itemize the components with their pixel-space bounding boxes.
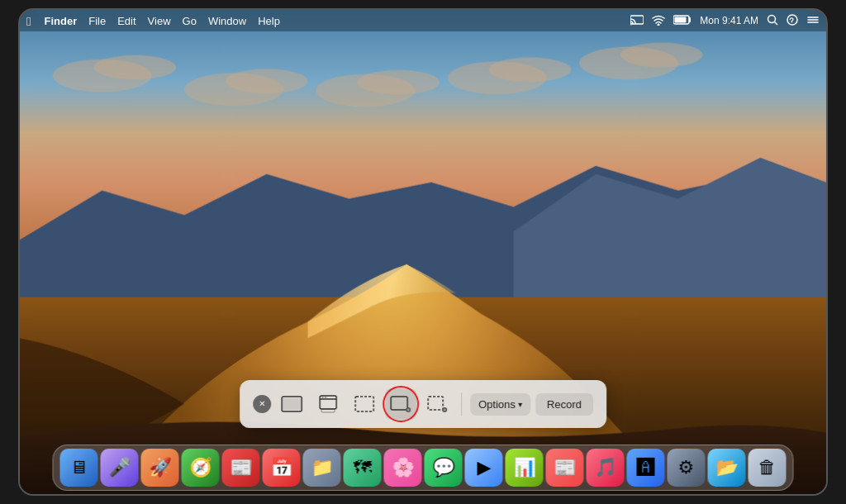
dock-icon-music[interactable]: 🎵 (587, 449, 625, 487)
siri-icon[interactable] (787, 14, 798, 28)
search-icon[interactable] (767, 14, 778, 28)
screenshot-toolbar: ✕ (240, 380, 606, 428)
screenshot-fullscreen-button[interactable] (276, 388, 307, 420)
dock-icon-photos[interactable]: 🌸 (384, 449, 422, 487)
dock-icon-news2[interactable]: 📰 (546, 449, 584, 487)
menu-bar:  Finder File Edit View Go Window Help (20, 10, 826, 31)
record-selection-button[interactable] (421, 388, 453, 420)
notification-center-icon[interactable] (806, 14, 820, 28)
svg-point-2 (658, 23, 660, 26)
dock-icon-siri[interactable]: 🎤 (101, 449, 139, 487)
svg-rect-18 (355, 397, 373, 411)
window-menu[interactable]: Window (208, 15, 246, 27)
svg-point-24 (444, 409, 446, 411)
file-menu[interactable]: File (88, 15, 106, 27)
svg-point-1 (630, 22, 632, 25)
dock-icon-calendar[interactable]: 📅 (263, 449, 301, 487)
menu-bar-right: Mon 9:41 AM (630, 14, 820, 28)
screenshot-selection-button[interactable] (349, 388, 380, 420)
record-button[interactable]: Record (535, 393, 593, 416)
svg-rect-4 (675, 17, 687, 22)
dock-icon-finder2[interactable]: 📂 (708, 449, 746, 487)
close-toolbar-button[interactable]: ✕ (253, 395, 271, 413)
finder-menu[interactable]: Finder (44, 15, 77, 27)
wifi-icon (652, 14, 665, 28)
record-label: Record (547, 398, 582, 411)
svg-rect-19 (391, 397, 407, 410)
svg-rect-22 (428, 397, 443, 410)
menu-bar-left:  Finder File Edit View Go Window Help (26, 14, 280, 28)
cast-icon (630, 14, 644, 28)
dock-icon-trash[interactable]: 🗑 (749, 449, 787, 487)
svg-point-7 (787, 15, 797, 25)
svg-point-21 (407, 409, 410, 411)
toolbar-separator (461, 392, 462, 416)
dock: 🖥🎤🚀🧭📰📅📁🗺🌸💬▶📊📰🎵🅰⚙📂🗑 (53, 445, 794, 491)
dock-icon-quicktime[interactable]: ▶ (465, 449, 503, 487)
apple-menu[interactable]:  (26, 14, 31, 28)
options-button[interactable]: Options ▾ (470, 393, 530, 416)
svg-rect-12 (281, 398, 302, 410)
dock-icon-safari[interactable]: 🧭 (182, 449, 220, 487)
dock-icon-messages[interactable]: 💬 (425, 449, 463, 487)
mac-frame:  Finder File Edit View Go Window Help (18, 8, 828, 496)
svg-point-15 (322, 397, 324, 398)
dock-icon-news[interactable]: 📰 (222, 449, 260, 487)
dock-icon-files[interactable]: 📁 (303, 449, 341, 487)
battery-icon (673, 15, 692, 27)
edit-menu[interactable]: Edit (117, 15, 135, 27)
screenshot-window-button[interactable] (312, 388, 344, 420)
dock-icon-app-store[interactable]: 🅰 (627, 449, 665, 487)
svg-point-16 (325, 397, 326, 398)
time-display: Mon 9:41 AM (700, 15, 758, 26)
dock-icon-launchpad[interactable]: 🚀 (141, 449, 179, 487)
view-menu[interactable]: View (148, 15, 171, 27)
options-chevron: ▾ (518, 400, 522, 409)
dock-icon-settings[interactable]: ⚙ (668, 449, 706, 487)
options-label: Options (478, 398, 516, 411)
svg-point-5 (768, 15, 776, 22)
dock-icon-maps[interactable]: 🗺 (344, 449, 382, 487)
svg-line-6 (775, 21, 778, 25)
record-screen-button[interactable] (385, 388, 416, 420)
go-menu[interactable]: Go (183, 15, 197, 27)
mac-screen:  Finder File Edit View Go Window Help (20, 10, 826, 494)
help-menu[interactable]: Help (258, 15, 280, 27)
dock-icon-finder[interactable]: 🖥 (60, 449, 98, 487)
dock-icon-numbers[interactable]: 📊 (506, 449, 544, 487)
